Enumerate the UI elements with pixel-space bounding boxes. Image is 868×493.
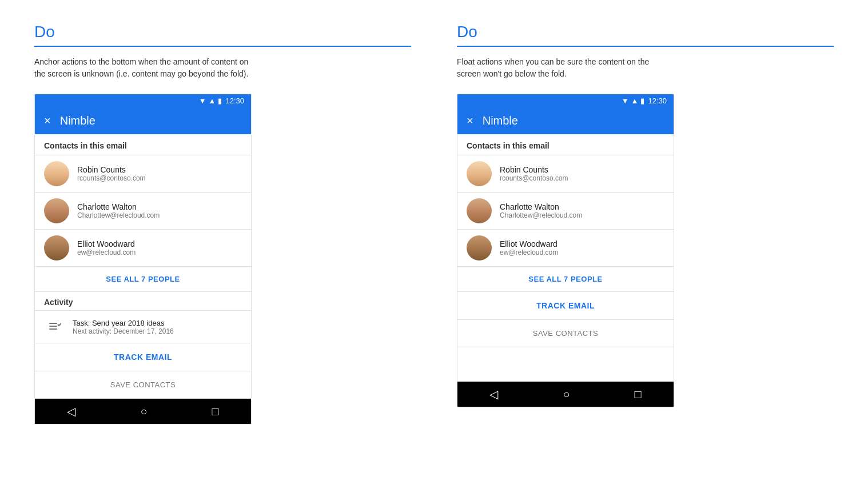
- contacts-header-right: Contacts in this email: [457, 134, 674, 155]
- svg-rect-1: [49, 326, 57, 327]
- recents-button-left[interactable]: □: [212, 405, 218, 418]
- wifi-icon-right: ▼: [622, 97, 629, 105]
- status-bar-left: ▼ ▲ ▮ 12:30: [35, 94, 251, 107]
- wifi-icon-left: ▼: [199, 97, 206, 105]
- home-button-right[interactable]: ○: [563, 388, 570, 401]
- signal-icon-left: ▲: [209, 97, 216, 105]
- task-icon-left: [44, 316, 65, 337]
- status-time-right: 12:30: [648, 97, 667, 105]
- contact-info-charlotte-left: Charlotte Walton Charlottew@relecloud.co…: [77, 202, 160, 219]
- status-time-left: 12:30: [225, 97, 244, 105]
- back-button-right[interactable]: ◁: [489, 387, 498, 401]
- avatar-elliot-left: [44, 235, 69, 260]
- back-button-left[interactable]: ◁: [67, 404, 75, 418]
- contact-name-elliot-right: Elliot Woodward: [500, 239, 558, 248]
- phone-mockup-left: ▼ ▲ ▮ 12:30 × Nimble Contacts in this em…: [34, 94, 252, 424]
- nav-bar-right: ◁ ○ □: [457, 382, 674, 407]
- contact-name-charlotte-right: Charlotte Walton: [500, 202, 582, 211]
- avatar-charlotte-left: [44, 198, 69, 223]
- svg-rect-2: [49, 328, 57, 330]
- close-button-right[interactable]: ×: [467, 114, 473, 127]
- status-icons-left: ▼ ▲ ▮: [199, 97, 222, 105]
- activity-item-left[interactable]: Task: Send year 2018 ideas Next activity…: [35, 311, 251, 343]
- app-bar-right: × Nimble: [457, 107, 674, 134]
- recents-button-right[interactable]: □: [634, 388, 641, 401]
- description-right: Float actions when you can be sure the c…: [457, 56, 674, 80]
- description-left: Anchor actions to the bottom when the am…: [34, 56, 252, 80]
- contact-info-robin-left: Robin Counts rcounts@contoso.com: [77, 165, 146, 182]
- contact-item-robin-left[interactable]: Robin Counts rcounts@contoso.com: [35, 155, 251, 193]
- avatar-charlotte-right: [467, 198, 492, 223]
- app-bar-left: × Nimble: [35, 107, 251, 134]
- see-all-button-right[interactable]: SEE ALL 7 PEOPLE: [457, 267, 674, 292]
- signal-icon-right: ▲: [631, 97, 639, 105]
- contact-name-charlotte-left: Charlotte Walton: [77, 202, 160, 211]
- activity-title-left: Task: Send year 2018 ideas: [73, 319, 174, 327]
- save-contacts-button-left[interactable]: SAVE CONTACTS: [35, 371, 251, 399]
- phone-mockup-right: ▼ ▲ ▮ 12:30 × Nimble Contacts in this em…: [457, 94, 674, 407]
- contact-item-charlotte-left[interactable]: Charlotte Walton Charlottew@relecloud.co…: [35, 193, 251, 230]
- content-area-right: Contacts in this email Robin Counts rcou…: [457, 134, 674, 382]
- contact-name-robin-left: Robin Counts: [77, 165, 146, 174]
- contact-info-charlotte-right: Charlotte Walton Charlottew@relecloud.co…: [500, 202, 582, 219]
- do-underline-left: [34, 46, 411, 47]
- status-bar-right: ▼ ▲ ▮ 12:30: [457, 94, 674, 107]
- activity-header-left: Activity: [35, 292, 251, 311]
- contact-email-robin-right: rcounts@contoso.com: [500, 174, 568, 182]
- status-icons-right: ▼ ▲ ▮: [622, 97, 645, 105]
- battery-icon-left: ▮: [218, 97, 222, 105]
- contact-name-robin-right: Robin Counts: [500, 165, 568, 174]
- app-title-right: Nimble: [483, 114, 518, 127]
- svg-rect-0: [49, 323, 57, 324]
- contact-email-charlotte-right: Charlottew@relecloud.com: [500, 211, 582, 219]
- avatar-elliot-right: [467, 235, 492, 260]
- save-contacts-button-right[interactable]: SAVE CONTACTS: [457, 320, 674, 347]
- nav-bar-left: ◁ ○ □: [35, 399, 251, 424]
- contact-info-elliot-left: Elliot Woodward ew@relecloud.com: [77, 239, 136, 256]
- contact-item-elliot-left[interactable]: Elliot Woodward ew@relecloud.com: [35, 230, 251, 267]
- right-panel: Do Float actions when you can be sure th…: [457, 23, 834, 470]
- track-email-button-right[interactable]: TRACK EMAIL: [457, 292, 674, 320]
- contacts-header-left: Contacts in this email: [35, 134, 251, 155]
- do-label-right: Do: [457, 23, 834, 41]
- left-panel: Do Anchor actions to the bottom when the…: [34, 23, 411, 470]
- app-title-left: Nimble: [60, 114, 95, 127]
- contact-name-elliot-left: Elliot Woodward: [77, 239, 136, 248]
- contact-email-elliot-left: ew@relecloud.com: [77, 248, 136, 256]
- contact-info-robin-right: Robin Counts rcounts@contoso.com: [500, 165, 568, 182]
- contact-email-robin-left: rcounts@contoso.com: [77, 174, 146, 182]
- close-button-left[interactable]: ×: [44, 114, 51, 127]
- content-area-left: Contacts in this email Robin Counts rcou…: [35, 134, 251, 399]
- battery-icon-right: ▮: [640, 97, 644, 105]
- contact-email-elliot-right: ew@relecloud.com: [500, 248, 558, 256]
- contact-email-charlotte-left: Charlottew@relecloud.com: [77, 211, 160, 219]
- contact-item-robin-right[interactable]: Robin Counts rcounts@contoso.com: [457, 155, 674, 193]
- track-email-button-left[interactable]: TRACK EMAIL: [35, 343, 251, 371]
- empty-space-right: [457, 347, 674, 382]
- contact-item-charlotte-right[interactable]: Charlotte Walton Charlottew@relecloud.co…: [457, 193, 674, 230]
- contact-item-elliot-right[interactable]: Elliot Woodward ew@relecloud.com: [457, 230, 674, 267]
- avatar-robin-right: [467, 161, 492, 186]
- activity-sub-left: Next activity: December 17, 2016: [73, 327, 174, 335]
- do-underline-right: [457, 46, 834, 47]
- avatar-robin-left: [44, 161, 69, 186]
- contact-info-elliot-right: Elliot Woodward ew@relecloud.com: [500, 239, 558, 256]
- do-label-left: Do: [34, 23, 411, 41]
- activity-info-left: Task: Send year 2018 ideas Next activity…: [73, 319, 174, 335]
- home-button-left[interactable]: ○: [140, 405, 147, 418]
- see-all-button-left[interactable]: SEE ALL 7 PEOPLE: [35, 267, 251, 292]
